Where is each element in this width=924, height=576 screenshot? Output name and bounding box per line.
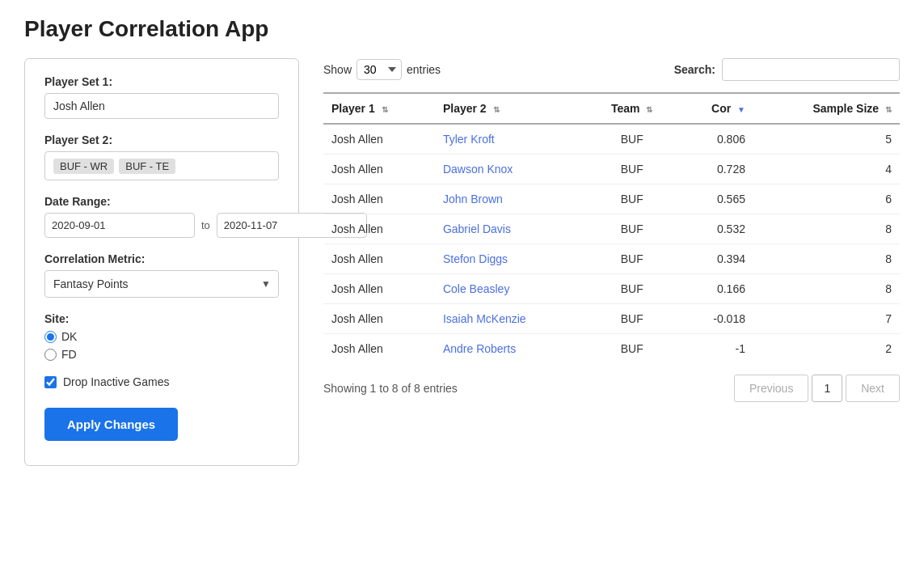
cell-team-4: BUF	[588, 244, 677, 274]
previous-button[interactable]: Previous	[734, 375, 808, 402]
drop-inactive-row: Drop Inactive Games	[44, 375, 279, 388]
sort-icon-player2: ⇅	[493, 105, 500, 114]
player-set-1-label: Player Set 1:	[44, 75, 279, 88]
date-range-label: Date Range:	[44, 195, 279, 208]
cell-cor-5: 0.166	[677, 274, 753, 304]
player-set-1-input[interactable]	[44, 93, 279, 119]
cell-sample-2: 6	[753, 184, 900, 214]
site-fd-radio[interactable]	[44, 349, 57, 361]
next-button[interactable]: Next	[846, 375, 900, 402]
cell-sample-0: 5	[753, 124, 900, 155]
table-row: Josh Allen Cole Beasley BUF 0.166 8	[323, 274, 900, 304]
site-fd-option[interactable]: FD	[44, 348, 279, 361]
cell-cor-6: -0.018	[677, 304, 753, 334]
right-panel: Show 30 10 25 50 100 entries Search:	[323, 58, 900, 402]
cell-player2-2[interactable]: John Brown	[435, 184, 588, 214]
cell-team-6: BUF	[588, 304, 677, 334]
cell-cor-4: 0.394	[677, 244, 753, 274]
cell-player2-6[interactable]: Isaiah McKenzie	[435, 304, 588, 334]
col-player1[interactable]: Player 1 ⇅	[323, 93, 435, 124]
drop-inactive-label: Drop Inactive Games	[63, 375, 170, 388]
sort-icon-team: ⇅	[646, 105, 652, 114]
cell-player2-7[interactable]: Andre Roberts	[435, 334, 588, 364]
page-title: Player Correlation App	[24, 16, 900, 42]
page-1-button[interactable]: 1	[812, 375, 842, 402]
drop-inactive-checkbox[interactable]	[44, 376, 57, 388]
col-sample-size[interactable]: Sample Size ⇅	[753, 93, 900, 124]
site-group: Site: DK FD	[44, 312, 279, 361]
table-row: Josh Allen John Brown BUF 0.565 6	[323, 184, 900, 214]
player-set-1-group: Player Set 1:	[44, 75, 279, 119]
table-row: Josh Allen Gabriel Davis BUF 0.532 8	[323, 214, 900, 244]
cell-sample-4: 8	[753, 244, 900, 274]
cell-player1-4: Josh Allen	[323, 244, 435, 274]
site-label: Site:	[44, 312, 279, 325]
player-set-2-tag-1: BUF - WR	[53, 159, 114, 174]
cell-cor-1: 0.728	[677, 155, 753, 184]
site-dk-label: DK	[61, 330, 77, 343]
cell-team-2: BUF	[588, 184, 677, 214]
left-panel: Player Set 1: Player Set 2: BUF - WR BUF…	[24, 58, 299, 466]
site-dk-radio[interactable]	[44, 331, 57, 343]
correlation-metric-group: Correlation Metric: Fantasy Points ▼	[44, 252, 279, 298]
table-row: Josh Allen Stefon Diggs BUF 0.394 8	[323, 244, 900, 274]
player-set-2-label: Player Set 2:	[44, 133, 279, 146]
cell-cor-2: 0.565	[677, 184, 753, 214]
cell-player2-5[interactable]: Cole Beasley	[435, 274, 588, 304]
cell-player1-6: Josh Allen	[323, 304, 435, 334]
search-input[interactable]	[722, 58, 900, 81]
cell-player2-3[interactable]: Gabriel Davis	[435, 214, 588, 244]
col-team[interactable]: Team ⇅	[588, 93, 677, 124]
show-label: Show	[323, 63, 352, 76]
table-controls: Show 30 10 25 50 100 entries Search:	[323, 58, 900, 81]
correlation-metric-label: Correlation Metric:	[44, 252, 279, 265]
date-range-row: to	[44, 213, 279, 238]
cell-cor-7: -1	[677, 334, 753, 364]
cell-sample-1: 4	[753, 155, 900, 184]
cell-sample-3: 8	[753, 214, 900, 244]
table-footer: Showing 1 to 8 of 8 entries Previous 1 N…	[323, 375, 900, 402]
col-cor[interactable]: Cor ▼	[677, 93, 753, 124]
cell-team-3: BUF	[588, 214, 677, 244]
table-body: Josh Allen Tyler Kroft BUF 0.806 5 Josh …	[323, 124, 900, 363]
table-row: Josh Allen Isaiah McKenzie BUF -0.018 7	[323, 304, 900, 334]
cell-player1-0: Josh Allen	[323, 124, 435, 155]
cell-player2-4[interactable]: Stefon Diggs	[435, 244, 588, 274]
correlation-table: Player 1 ⇅ Player 2 ⇅ Team ⇅ Cor ▼ Sampl…	[323, 92, 900, 363]
cell-player1-7: Josh Allen	[323, 334, 435, 364]
showing-text: Showing 1 to 8 of 8 entries	[323, 382, 458, 395]
search-box: Search:	[674, 58, 900, 81]
table-row: Josh Allen Dawson Knox BUF 0.728 4	[323, 155, 900, 184]
cell-player1-3: Josh Allen	[323, 214, 435, 244]
site-fd-label: FD	[61, 348, 77, 361]
pagination: Previous 1 Next	[734, 375, 900, 402]
table-header: Player 1 ⇅ Player 2 ⇅ Team ⇅ Cor ▼ Sampl…	[323, 93, 900, 124]
sort-icon-player1: ⇅	[382, 105, 388, 114]
cell-team-0: BUF	[588, 124, 677, 155]
cell-sample-6: 7	[753, 304, 900, 334]
table-row: Josh Allen Andre Roberts BUF -1 2	[323, 334, 900, 364]
entries-label: entries	[407, 63, 441, 76]
site-radio-group: DK FD	[44, 330, 279, 361]
cell-sample-5: 8	[753, 274, 900, 304]
apply-changes-button[interactable]: Apply Changes	[44, 408, 178, 441]
cell-player1-2: Josh Allen	[323, 184, 435, 214]
cell-player1-1: Josh Allen	[323, 155, 435, 184]
col-player2[interactable]: Player 2 ⇅	[435, 93, 588, 124]
cell-player2-1[interactable]: Dawson Knox	[435, 155, 588, 184]
search-label: Search:	[674, 63, 715, 76]
site-dk-option[interactable]: DK	[44, 330, 279, 343]
cell-sample-7: 2	[753, 334, 900, 364]
date-start-input[interactable]	[44, 213, 195, 238]
date-range-group: Date Range: to	[44, 195, 279, 238]
cell-cor-0: 0.806	[677, 124, 753, 155]
correlation-metric-select[interactable]: Fantasy Points	[44, 270, 279, 298]
show-entries-group: Show 30 10 25 50 100 entries	[323, 59, 441, 80]
entries-select[interactable]: 30 10 25 50 100	[357, 59, 402, 80]
cell-player2-0[interactable]: Tyler Kroft	[435, 124, 588, 155]
cell-team-5: BUF	[588, 274, 677, 304]
player-set-2-input[interactable]: BUF - WR BUF - TE	[44, 151, 279, 180]
cell-team-1: BUF	[588, 155, 677, 184]
cell-cor-3: 0.532	[677, 214, 753, 244]
cell-team-7: BUF	[588, 334, 677, 364]
